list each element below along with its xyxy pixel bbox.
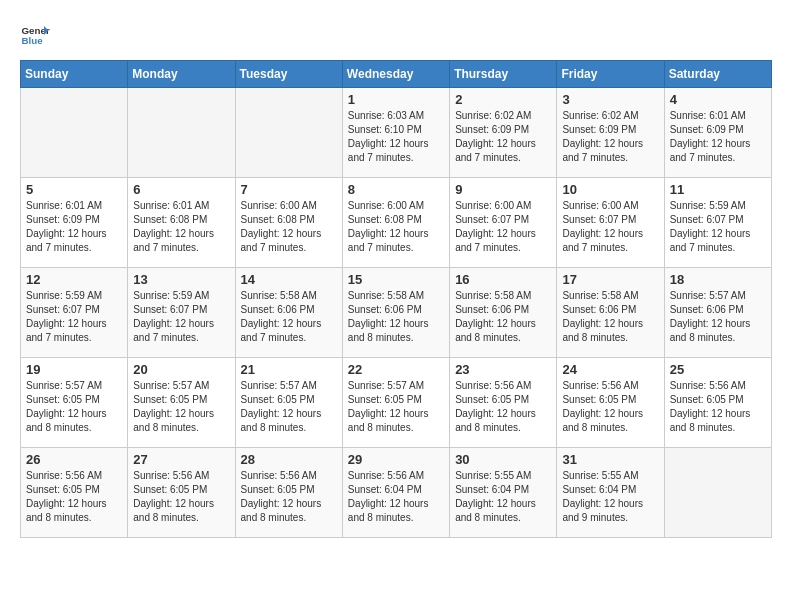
day-number: 7 xyxy=(241,182,337,197)
day-number: 11 xyxy=(670,182,766,197)
calendar-cell: 11Sunrise: 5:59 AM Sunset: 6:07 PM Dayli… xyxy=(664,178,771,268)
calendar-cell: 1Sunrise: 6:03 AM Sunset: 6:10 PM Daylig… xyxy=(342,88,449,178)
weekday-header: Monday xyxy=(128,61,235,88)
calendar-cell: 14Sunrise: 5:58 AM Sunset: 6:06 PM Dayli… xyxy=(235,268,342,358)
day-number: 24 xyxy=(562,362,658,377)
day-info: Sunrise: 5:57 AM Sunset: 6:05 PM Dayligh… xyxy=(26,379,122,435)
calendar-cell: 15Sunrise: 5:58 AM Sunset: 6:06 PM Dayli… xyxy=(342,268,449,358)
calendar-cell: 2Sunrise: 6:02 AM Sunset: 6:09 PM Daylig… xyxy=(450,88,557,178)
calendar-cell: 20Sunrise: 5:57 AM Sunset: 6:05 PM Dayli… xyxy=(128,358,235,448)
calendar-cell: 22Sunrise: 5:57 AM Sunset: 6:05 PM Dayli… xyxy=(342,358,449,448)
logo-icon: General Blue xyxy=(20,20,50,50)
calendar-cell: 4Sunrise: 6:01 AM Sunset: 6:09 PM Daylig… xyxy=(664,88,771,178)
calendar-week-row: 19Sunrise: 5:57 AM Sunset: 6:05 PM Dayli… xyxy=(21,358,772,448)
day-number: 20 xyxy=(133,362,229,377)
day-number: 2 xyxy=(455,92,551,107)
day-info: Sunrise: 6:01 AM Sunset: 6:09 PM Dayligh… xyxy=(26,199,122,255)
day-number: 10 xyxy=(562,182,658,197)
day-info: Sunrise: 5:57 AM Sunset: 6:05 PM Dayligh… xyxy=(241,379,337,435)
calendar-cell: 13Sunrise: 5:59 AM Sunset: 6:07 PM Dayli… xyxy=(128,268,235,358)
day-info: Sunrise: 6:03 AM Sunset: 6:10 PM Dayligh… xyxy=(348,109,444,165)
calendar-cell: 30Sunrise: 5:55 AM Sunset: 6:04 PM Dayli… xyxy=(450,448,557,538)
day-number: 26 xyxy=(26,452,122,467)
logo: General Blue xyxy=(20,20,54,50)
calendar-cell xyxy=(664,448,771,538)
day-number: 30 xyxy=(455,452,551,467)
day-number: 13 xyxy=(133,272,229,287)
calendar-cell: 10Sunrise: 6:00 AM Sunset: 6:07 PM Dayli… xyxy=(557,178,664,268)
day-number: 27 xyxy=(133,452,229,467)
day-info: Sunrise: 5:56 AM Sunset: 6:05 PM Dayligh… xyxy=(26,469,122,525)
day-number: 6 xyxy=(133,182,229,197)
calendar-cell: 17Sunrise: 5:58 AM Sunset: 6:06 PM Dayli… xyxy=(557,268,664,358)
calendar-cell: 25Sunrise: 5:56 AM Sunset: 6:05 PM Dayli… xyxy=(664,358,771,448)
day-info: Sunrise: 5:57 AM Sunset: 6:05 PM Dayligh… xyxy=(348,379,444,435)
calendar-cell: 9Sunrise: 6:00 AM Sunset: 6:07 PM Daylig… xyxy=(450,178,557,268)
day-info: Sunrise: 5:58 AM Sunset: 6:06 PM Dayligh… xyxy=(241,289,337,345)
day-number: 9 xyxy=(455,182,551,197)
day-info: Sunrise: 5:57 AM Sunset: 6:05 PM Dayligh… xyxy=(133,379,229,435)
day-info: Sunrise: 6:00 AM Sunset: 6:08 PM Dayligh… xyxy=(348,199,444,255)
calendar-week-row: 5Sunrise: 6:01 AM Sunset: 6:09 PM Daylig… xyxy=(21,178,772,268)
calendar-cell: 7Sunrise: 6:00 AM Sunset: 6:08 PM Daylig… xyxy=(235,178,342,268)
calendar-cell: 6Sunrise: 6:01 AM Sunset: 6:08 PM Daylig… xyxy=(128,178,235,268)
day-info: Sunrise: 5:56 AM Sunset: 6:05 PM Dayligh… xyxy=(241,469,337,525)
day-number: 19 xyxy=(26,362,122,377)
day-info: Sunrise: 5:58 AM Sunset: 6:06 PM Dayligh… xyxy=(348,289,444,345)
weekday-header: Sunday xyxy=(21,61,128,88)
day-info: Sunrise: 5:55 AM Sunset: 6:04 PM Dayligh… xyxy=(455,469,551,525)
day-info: Sunrise: 5:56 AM Sunset: 6:05 PM Dayligh… xyxy=(455,379,551,435)
weekday-header-row: SundayMondayTuesdayWednesdayThursdayFrid… xyxy=(21,61,772,88)
calendar-cell: 19Sunrise: 5:57 AM Sunset: 6:05 PM Dayli… xyxy=(21,358,128,448)
day-number: 29 xyxy=(348,452,444,467)
day-number: 23 xyxy=(455,362,551,377)
weekday-header: Tuesday xyxy=(235,61,342,88)
day-info: Sunrise: 5:59 AM Sunset: 6:07 PM Dayligh… xyxy=(133,289,229,345)
day-number: 14 xyxy=(241,272,337,287)
page-header: General Blue xyxy=(20,20,772,50)
weekday-header: Wednesday xyxy=(342,61,449,88)
weekday-header: Friday xyxy=(557,61,664,88)
calendar-cell xyxy=(21,88,128,178)
day-info: Sunrise: 5:58 AM Sunset: 6:06 PM Dayligh… xyxy=(455,289,551,345)
day-number: 28 xyxy=(241,452,337,467)
calendar-cell: 23Sunrise: 5:56 AM Sunset: 6:05 PM Dayli… xyxy=(450,358,557,448)
day-info: Sunrise: 6:01 AM Sunset: 6:08 PM Dayligh… xyxy=(133,199,229,255)
day-info: Sunrise: 5:56 AM Sunset: 6:04 PM Dayligh… xyxy=(348,469,444,525)
day-number: 3 xyxy=(562,92,658,107)
day-info: Sunrise: 6:00 AM Sunset: 6:07 PM Dayligh… xyxy=(455,199,551,255)
day-info: Sunrise: 5:58 AM Sunset: 6:06 PM Dayligh… xyxy=(562,289,658,345)
calendar-week-row: 26Sunrise: 5:56 AM Sunset: 6:05 PM Dayli… xyxy=(21,448,772,538)
calendar-cell: 12Sunrise: 5:59 AM Sunset: 6:07 PM Dayli… xyxy=(21,268,128,358)
day-info: Sunrise: 5:57 AM Sunset: 6:06 PM Dayligh… xyxy=(670,289,766,345)
calendar-cell: 31Sunrise: 5:55 AM Sunset: 6:04 PM Dayli… xyxy=(557,448,664,538)
day-number: 8 xyxy=(348,182,444,197)
calendar-cell: 16Sunrise: 5:58 AM Sunset: 6:06 PM Dayli… xyxy=(450,268,557,358)
weekday-header: Thursday xyxy=(450,61,557,88)
calendar-cell: 29Sunrise: 5:56 AM Sunset: 6:04 PM Dayli… xyxy=(342,448,449,538)
day-number: 31 xyxy=(562,452,658,467)
day-info: Sunrise: 5:55 AM Sunset: 6:04 PM Dayligh… xyxy=(562,469,658,525)
day-number: 22 xyxy=(348,362,444,377)
day-number: 4 xyxy=(670,92,766,107)
day-number: 25 xyxy=(670,362,766,377)
day-number: 15 xyxy=(348,272,444,287)
calendar-cell: 18Sunrise: 5:57 AM Sunset: 6:06 PM Dayli… xyxy=(664,268,771,358)
day-number: 12 xyxy=(26,272,122,287)
calendar-cell: 21Sunrise: 5:57 AM Sunset: 6:05 PM Dayli… xyxy=(235,358,342,448)
day-info: Sunrise: 6:00 AM Sunset: 6:08 PM Dayligh… xyxy=(241,199,337,255)
day-number: 18 xyxy=(670,272,766,287)
calendar-week-row: 12Sunrise: 5:59 AM Sunset: 6:07 PM Dayli… xyxy=(21,268,772,358)
calendar-cell: 24Sunrise: 5:56 AM Sunset: 6:05 PM Dayli… xyxy=(557,358,664,448)
day-number: 16 xyxy=(455,272,551,287)
calendar-cell: 5Sunrise: 6:01 AM Sunset: 6:09 PM Daylig… xyxy=(21,178,128,268)
day-info: Sunrise: 5:56 AM Sunset: 6:05 PM Dayligh… xyxy=(562,379,658,435)
day-number: 17 xyxy=(562,272,658,287)
day-info: Sunrise: 6:01 AM Sunset: 6:09 PM Dayligh… xyxy=(670,109,766,165)
calendar-week-row: 1Sunrise: 6:03 AM Sunset: 6:10 PM Daylig… xyxy=(21,88,772,178)
calendar-cell: 27Sunrise: 5:56 AM Sunset: 6:05 PM Dayli… xyxy=(128,448,235,538)
calendar-cell: 26Sunrise: 5:56 AM Sunset: 6:05 PM Dayli… xyxy=(21,448,128,538)
weekday-header: Saturday xyxy=(664,61,771,88)
day-info: Sunrise: 6:02 AM Sunset: 6:09 PM Dayligh… xyxy=(562,109,658,165)
day-info: Sunrise: 5:56 AM Sunset: 6:05 PM Dayligh… xyxy=(670,379,766,435)
